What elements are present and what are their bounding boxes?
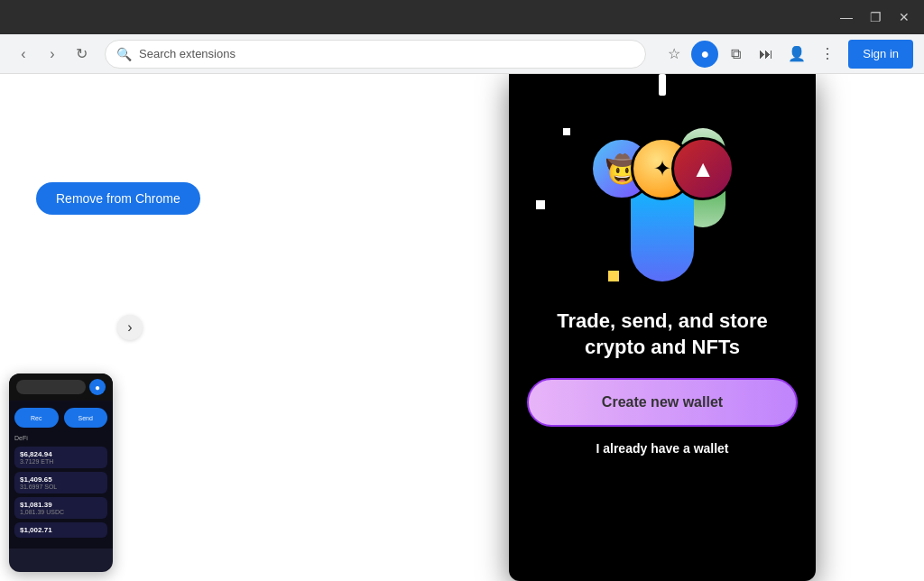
create-wallet-button[interactable]: Create new wallet (527, 378, 798, 427)
nft-avatar-2-icon: ✦ (653, 156, 671, 181)
omnibox-text: Search extensions (139, 47, 236, 60)
wallet-item-4-amount: $1,002.71 (20, 526, 102, 534)
profile-button[interactable]: 👤 (783, 41, 810, 68)
wallet-item-2-sub: 31.6997 SOL (20, 484, 102, 490)
wallet-item-1: $6,824.94 3.7129 ETH (14, 447, 107, 468)
browser-chrome: ‹ › ↻ 🔍 Search extensions ☆ ● ⧉ ⏭ 👤 ⋮ Si… (0, 34, 924, 74)
wallet-item-4: $1,002.71 (14, 522, 107, 538)
remove-from-chrome-button[interactable]: Remove from Chrome (36, 182, 200, 215)
menu-button[interactable]: ⋮ (814, 41, 841, 68)
media-button[interactable]: ⏭ (753, 41, 780, 68)
title-bar: — ❐ ✕ (0, 0, 924, 34)
wallet-thumb-header: ● (9, 374, 113, 401)
wallet-thumbnail: ● Rec Send DeFi $6,824.94 3.7129 ETH $1,… (9, 374, 113, 572)
phantom-tagline: Trade, send, and store crypto and NFTs (509, 309, 816, 360)
already-have-wallet-link[interactable]: I already have a wallet (596, 441, 728, 456)
refresh-button[interactable]: ↻ (69, 42, 94, 67)
wallet-item-2: $1,409.65 31.6997 SOL (14, 472, 107, 493)
forward-button[interactable]: › (40, 42, 65, 67)
phantom-popup: 🤠 ✦ ▲ Trade, send, and store crypto and … (509, 74, 816, 581)
wallet-thumb-logo: ● (89, 379, 106, 395)
page-content: Remove from Chrome ● Rec Send DeFi $6,82… (0, 74, 924, 581)
wallet-item-3: $1,081.39 1,081.39 USDC (14, 497, 107, 519)
nav-buttons: ‹ › ↻ (11, 42, 94, 67)
sign-in-button[interactable]: Sign in (848, 40, 913, 69)
phantom-top-bar (659, 74, 666, 96)
minimize-button[interactable]: — (834, 5, 859, 30)
extensions-button[interactable]: ⧉ (722, 41, 749, 68)
nft-avatar-3-logo: ▲ (691, 155, 715, 183)
deco-square-2 (536, 200, 545, 209)
phantom-illustration: 🤠 ✦ ▲ (572, 110, 753, 290)
wallet-actions: Rec Send (14, 408, 107, 428)
wallet-item-1-amount: $6,824.94 (20, 450, 102, 458)
search-icon: 🔍 (116, 47, 132, 61)
back-button[interactable]: ‹ (11, 42, 36, 67)
extension-active-button[interactable]: ● (691, 41, 718, 68)
wallet-item-3-sub: 1,081.39 USDC (20, 509, 102, 515)
deco-square-1 (563, 128, 570, 135)
yellow-square-decoration (608, 271, 619, 281)
toolbar-buttons: ☆ ● ⧉ ⏭ 👤 ⋮ (661, 41, 841, 68)
receive-btn-thumb: Rec (14, 408, 59, 428)
nft-avatar-3: ▲ (671, 137, 735, 200)
send-btn-thumb: Send (64, 408, 108, 428)
omnibox[interactable]: 🔍 Search extensions (105, 40, 646, 69)
wallet-thumb-search-bar (16, 380, 86, 394)
bookmark-button[interactable]: ☆ (661, 41, 688, 68)
wallet-item-3-amount: $1,081.39 (20, 501, 102, 509)
wallet-label: DeFi (14, 435, 107, 441)
wallet-thumb-body: Rec Send DeFi $6,824.94 3.7129 ETH $1,40… (9, 401, 113, 549)
maximize-button[interactable]: ❐ (863, 5, 888, 30)
wallet-item-2-amount: $1,409.65 (20, 475, 102, 484)
close-button[interactable]: ✕ (892, 5, 917, 30)
wallet-item-1-sub: 3.7129 ETH (20, 458, 102, 465)
chevron-right-button[interactable]: › (117, 315, 143, 340)
